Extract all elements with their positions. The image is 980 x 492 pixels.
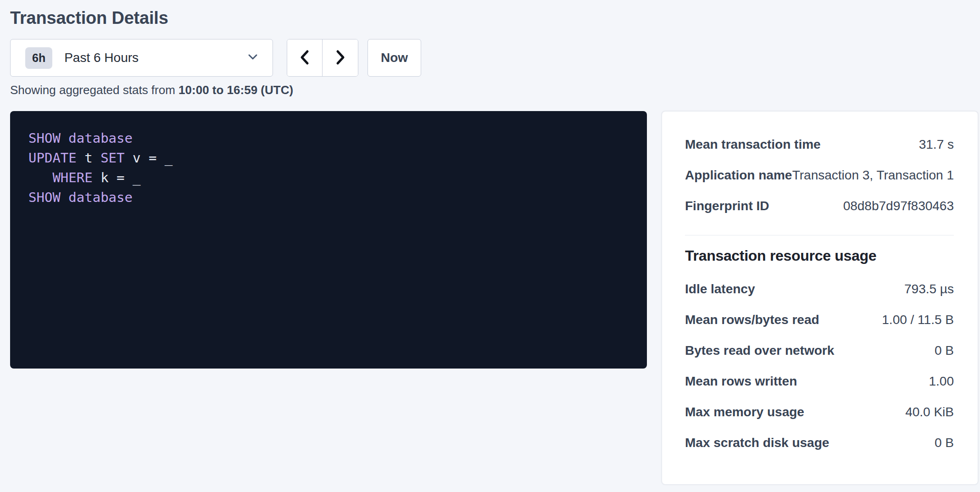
sql-token: t (84, 150, 100, 166)
page-title: Transaction Details (10, 8, 980, 28)
stat-label: Mean transaction time (685, 137, 821, 152)
sql-token: SHOW database (28, 190, 133, 205)
stat-row-max-memory-usage: Max memory usage 40.0 KiB (685, 397, 954, 427)
sql-token: WHERE (28, 170, 100, 185)
sql-token: k (100, 170, 117, 185)
stat-value: 1.00 (929, 374, 954, 389)
sql-token: UPDATE (28, 150, 84, 166)
sql-line-2: UPDATE t SET v = _ (28, 148, 629, 168)
stat-row-mean-rows-written: Mean rows written 1.00 (685, 366, 954, 397)
main-content: SHOW database UPDATE t SET v = _ WHERE k… (10, 111, 980, 485)
aggregation-range-text: Showing aggregated stats from 10:00 to 1… (10, 83, 980, 97)
stat-label: Fingerprint ID (685, 199, 769, 213)
time-range-label: Past 6 Hours (64, 50, 139, 65)
stat-value: 1.00 / 11.5 B (882, 313, 954, 327)
stat-row-fingerprint-id: Fingerprint ID 08d8b7d97f830463 (685, 190, 954, 221)
chevron-right-icon (334, 48, 346, 68)
prev-time-button[interactable] (287, 39, 323, 76)
card-divider (685, 235, 954, 235)
chevron-down-icon (246, 52, 260, 63)
time-step-button-group (287, 39, 358, 77)
sql-line-1: SHOW database (28, 129, 629, 148)
stat-value: Transaction 3, Transaction 1 (792, 168, 954, 183)
sql-statement-box: SHOW database UPDATE t SET v = _ WHERE k… (10, 111, 647, 369)
sql-token: v (133, 150, 149, 166)
stat-row-mean-rows-bytes-read: Mean rows/bytes read 1.00 / 11.5 B (685, 304, 954, 335)
stat-label: Mean rows/bytes read (685, 313, 819, 327)
chevron-left-icon (299, 48, 311, 68)
stat-value: 0 B (935, 343, 954, 358)
sql-line-4: SHOW database (28, 188, 629, 207)
stat-label: Max memory usage (685, 405, 804, 419)
stat-label: Max scratch disk usage (685, 436, 829, 450)
time-range-badge: 6h (25, 47, 52, 69)
next-time-button[interactable] (323, 39, 358, 76)
sql-token: SHOW database (28, 130, 133, 146)
aggregation-range-value: 10:00 to 16:59 (UTC) (178, 83, 293, 97)
stat-label: Mean rows written (685, 374, 797, 389)
now-button[interactable]: Now (368, 39, 421, 77)
stat-row-mean-transaction-time: Mean transaction time 31.7 s (685, 129, 954, 160)
sql-token: SET (100, 150, 133, 166)
aggregation-range-prefix: Showing aggregated stats from (10, 83, 178, 97)
stat-row-application-name: Application name Transaction 3, Transact… (685, 160, 954, 190)
stat-row-bytes-read-over-network: Bytes read over network 0 B (685, 335, 954, 366)
stat-value: 40.0 KiB (905, 405, 954, 419)
stat-label: Bytes read over network (685, 343, 834, 358)
resource-usage-heading: Transaction resource usage (685, 247, 954, 264)
stat-value: 793.5 µs (904, 282, 954, 296)
stat-row-max-scratch-disk-usage: Max scratch disk usage 0 B (685, 427, 954, 458)
sql-token: = _ (117, 170, 140, 185)
stat-value: 08d8b7d97f830463 (843, 199, 954, 213)
stat-label: Application name (685, 168, 792, 183)
stat-value: 0 B (935, 436, 954, 450)
time-range-dropdown[interactable]: 6h Past 6 Hours (10, 39, 273, 77)
stat-value: 31.7 s (919, 137, 954, 152)
sql-token: = _ (149, 150, 173, 166)
stat-label: Idle latency (685, 282, 755, 296)
time-controls: 6h Past 6 Hours (10, 39, 980, 77)
sql-line-3: WHERE k = _ (28, 168, 629, 188)
summary-card: Mean transaction time 31.7 s Application… (662, 111, 978, 485)
stat-row-idle-latency: Idle latency 793.5 µs (685, 274, 954, 304)
transaction-details-page: Transaction Details 6h Past 6 Hours (0, 0, 980, 485)
